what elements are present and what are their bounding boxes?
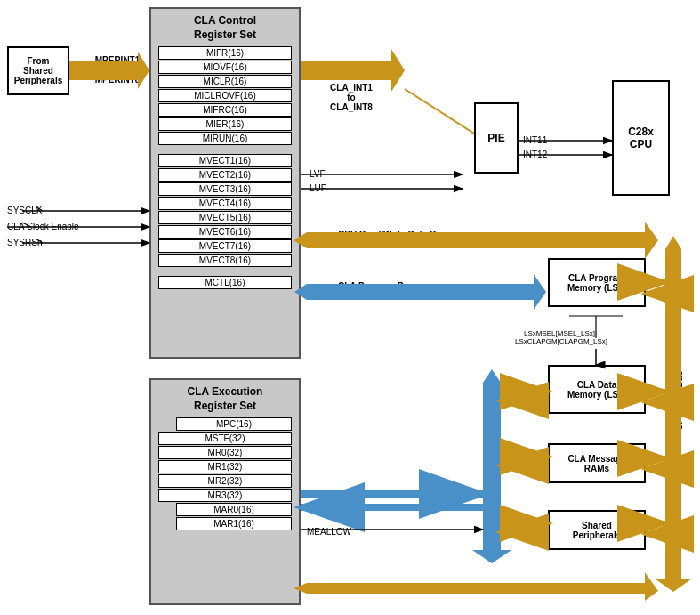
shared-peripherals-label: From Shared Peripherals (14, 56, 62, 85)
reg-mr3: MR3(32) (158, 489, 292, 502)
shared-periph-right-label: SharedPeripherals (573, 521, 621, 540)
reg-mr2: MR2(32) (158, 474, 292, 488)
pie-label: PIE (487, 132, 504, 144)
cla-exec-box: CLA Execution Register Set MPC(16) MSTF(… (149, 378, 301, 605)
cla-control-title: CLA Control Register Set (151, 9, 299, 45)
sysrsn-label: SYSRSn (7, 235, 79, 251)
reg-mar0: MAR0(16) (176, 503, 292, 516)
cpu-data-bus-up-head (665, 236, 681, 249)
prog-mem-box: CLA ProgramMemory (LSx) (548, 258, 646, 307)
cpu-rw-bus-label: CPU Read/Write Data Bus (338, 230, 447, 239)
reg-miclrovf: MICLROVF(16) (158, 89, 292, 102)
pie-connect-line (405, 89, 474, 134)
reg-miovf: MIOVF(16) (158, 61, 292, 74)
mperint-label: MPERINT1 to MPERINT8 (87, 55, 148, 85)
reg-mctl: MCTL(16) (158, 276, 292, 289)
int11-label: INT11 (523, 134, 547, 148)
cla-clock-label: CLA Clock Enable (7, 219, 79, 235)
shared-periph-right-box: SharedPeripherals (548, 510, 646, 550)
cla-control-box: CLA Control Register Set MIFR(16) MIOVF(… (149, 7, 301, 359)
reg-mr0: MR0(32) (158, 446, 292, 459)
pie-box: PIE (474, 102, 519, 174)
msg-ram-label: CLA MessageRAMs (567, 454, 625, 473)
reg-mirun: MIRUN(16) (158, 132, 292, 145)
luf-label: LUF (310, 183, 326, 193)
reg-mier: MIER(16) (158, 117, 292, 131)
cpu-box: C28xCPU (612, 80, 670, 196)
reg-mifrc: MIFRC(16) (158, 103, 292, 117)
reg-mvect4: MVECT4(16) (158, 197, 292, 210)
lsx-label: LSxMSEL[MSEL_LSx] LSxCLAPGM[CLAPGM_LSx] (515, 329, 604, 345)
data-mem-label: CLA DataMemory (LSx) (567, 380, 626, 400)
sysclk-label: SYSCLK (7, 203, 79, 219)
reg-mstf: MSTF(32) (158, 432, 292, 445)
cla-prog-bus-arrow (307, 274, 546, 310)
cla-data-bus-arrow (472, 383, 511, 563)
cla-prog-bus-label: CLA Program Bus (338, 281, 414, 291)
reg-mr1: MR1(32) (158, 460, 292, 473)
reg-mar1: MAR1(16) (176, 517, 292, 530)
reg-mvect7: MVECT7(16) (158, 239, 292, 253)
cla-int-label: CLA_INT1 to CLA_INT8 (316, 73, 387, 112)
reg-mifr: MIFR(16) (158, 46, 292, 60)
reg-mpc: MPC(16) (176, 417, 292, 431)
reg-mvect6: MVECT6(16) (158, 225, 292, 239)
cpu-rw-bus-arrow (307, 222, 658, 259)
msg-ram-box: CLA MessageRAMs (548, 443, 646, 483)
cpu-data-bus-arrow (655, 249, 692, 592)
int12-label: INT12 (523, 148, 547, 162)
reg-mvect1: MVECT1(16) (158, 154, 292, 167)
data-mem-box: CLA DataMemory (LSx) (548, 365, 646, 414)
meallow-label: MEALLOW (307, 527, 351, 537)
cla-data-bus-label: CLA Data Bus (493, 374, 503, 534)
reg-mvect5: MVECT5(16) (158, 211, 292, 224)
cla-exec-title: CLA Execution Register Set (151, 380, 299, 417)
input-signals: SYSCLK CLA Clock Enable SYSRSn (7, 203, 79, 251)
shared-peripherals-box: From Shared Peripherals (7, 46, 69, 95)
cpu-data-bus-label: CPU Data Bus (674, 249, 684, 552)
diagram: From Shared Peripherals MPERINT1 to MPER… (0, 0, 700, 615)
reg-mvect8: MVECT8(16) (158, 254, 292, 267)
lvf-label: LVF (310, 169, 326, 179)
prog-mem-label: CLA ProgramMemory (LSx) (567, 273, 626, 293)
reg-mvect3: MVECT3(16) (158, 182, 292, 196)
cpu-label: C28xCPU (628, 125, 654, 150)
reg-mvect2: MVECT2(16) (158, 168, 292, 182)
cpu-read-bus-label: CPU Read Data Bus (338, 586, 422, 595)
int-labels: INT11 INT12 (523, 134, 547, 162)
reg-miclr: MICLR(16) (158, 75, 292, 88)
